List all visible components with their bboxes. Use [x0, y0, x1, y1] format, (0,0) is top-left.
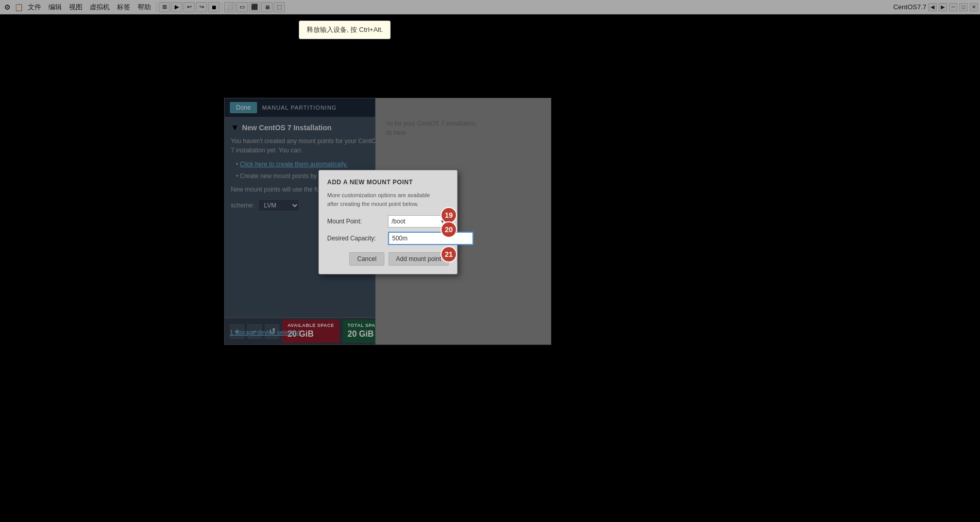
add-mount-point-dialog: ADD A NEW MOUNT POINT More customization… — [318, 170, 458, 274]
dialog-title: ADD A NEW MOUNT POINT — [327, 179, 449, 186]
desired-capacity-label: Desired Capacity: — [327, 235, 384, 242]
step-badge-19: 19 — [442, 208, 456, 222]
step-badge-21: 21 — [442, 247, 456, 262]
dialog-buttons: Cancel Add mount point — [327, 252, 449, 266]
add-mount-point-button[interactable]: Add mount point — [388, 252, 449, 266]
mount-point-value: /boot — [392, 218, 405, 225]
mount-point-label: Mount Point: — [327, 218, 384, 225]
cancel-button[interactable]: Cancel — [349, 252, 384, 266]
dialog-overlay — [0, 0, 980, 522]
step-badge-20: 20 — [442, 222, 456, 237]
tooltip: 释放输入设备, 按 Ctrl+Alt. — [299, 21, 391, 39]
dialog-desc: More customization options are available… — [327, 191, 449, 208]
mount-point-select[interactable]: /boot ▼ — [388, 215, 449, 228]
mount-point-field: Mount Point: /boot ▼ — [327, 215, 449, 228]
tooltip-text: 释放输入设备, 按 Ctrl+Alt. — [307, 26, 383, 33]
dialog-desc-line2: after creating the mount point below. — [327, 200, 449, 208]
desired-capacity-field: Desired Capacity: — [327, 232, 449, 245]
dialog-desc-line1: More customization options are available — [327, 191, 449, 200]
desired-capacity-input[interactable] — [388, 232, 474, 245]
